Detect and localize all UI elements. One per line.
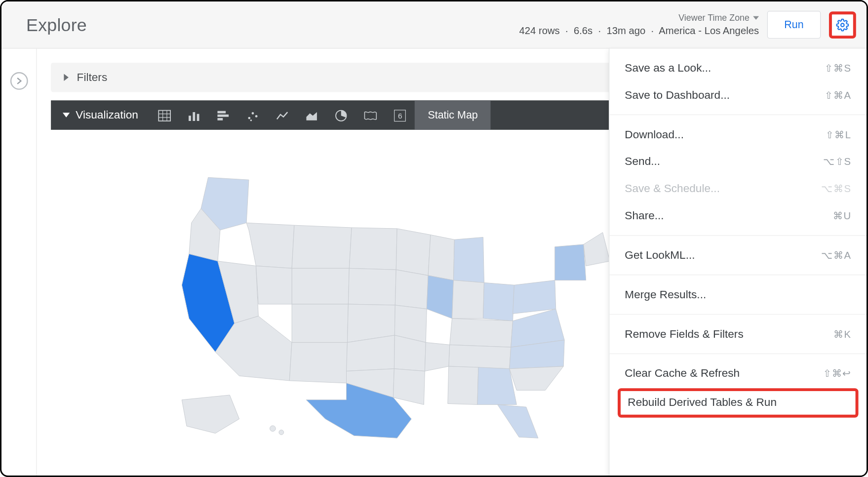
state-hawaii-2[interactable]: [279, 430, 284, 435]
state-new-england[interactable]: [584, 233, 610, 266]
state-ohio[interactable]: [483, 282, 514, 320]
state-new-york[interactable]: [555, 244, 586, 280]
bar-chart-icon: [217, 110, 230, 121]
menu-item-shortcut: ⇧⌘L: [826, 128, 851, 141]
caret-down-icon: [63, 113, 70, 118]
menu-item-label: Merge Results...: [625, 288, 706, 301]
state-mississippi[interactable]: [425, 342, 449, 371]
chevron-down-icon: [753, 16, 759, 20]
menu-item-shortcut: ⌥⇧S: [823, 156, 852, 168]
visualization-toggle[interactable]: Visualization: [63, 109, 138, 121]
caret-right-icon: [64, 74, 69, 81]
area-chart-icon: [305, 110, 318, 121]
menu-item[interactable]: Get LookML...⌥⌘A: [609, 241, 867, 269]
timezone-label: Viewer Time Zone: [678, 12, 750, 23]
timezone-value: America - Los Angeles: [659, 25, 759, 37]
svg-point-12: [248, 117, 251, 119]
menu-item[interactable]: Merge Results...: [609, 281, 867, 308]
line-chart-icon: [276, 110, 289, 121]
menu-item[interactable]: Save to Dashboard...⇧⌘A: [609, 81, 867, 109]
menu-item: Save & Schedule...⌥⌘S: [609, 175, 867, 202]
viz-type-static-map-tab[interactable]: Static Map: [415, 100, 491, 130]
viz-type-single-value[interactable]: 6: [386, 100, 415, 130]
svg-rect-8: [197, 114, 199, 121]
state-pennsylvania[interactable]: [513, 280, 556, 314]
viz-type-line[interactable]: [268, 100, 297, 130]
left-rail: [1, 48, 37, 477]
menu-item-label: Send...: [625, 155, 660, 168]
chevron-right-icon: [16, 78, 22, 84]
gear-icon: [836, 18, 849, 31]
menu-item[interactable]: Download...⇧⌘L: [609, 121, 867, 148]
viz-type-pie[interactable]: [326, 100, 356, 130]
state-colorado[interactable]: [292, 304, 348, 342]
single-value-icon: 6: [394, 110, 406, 121]
state-tennessee[interactable]: [449, 345, 511, 368]
menu-item-shortcut: ⌥⌘S: [821, 183, 851, 195]
menu-item[interactable]: Clear Cache & Refresh⇧⌘↩: [609, 360, 867, 387]
timezone-selector[interactable]: Viewer Time Zone: [519, 12, 759, 23]
state-wisconsin[interactable]: [428, 235, 454, 280]
menu-item[interactable]: Send...⌥⇧S: [609, 148, 867, 175]
state-iowa[interactable]: [395, 270, 428, 309]
settings-gear-button[interactable]: [829, 11, 856, 39]
state-minnesota[interactable]: [396, 229, 431, 276]
menu-item-label: Download...: [625, 128, 684, 141]
viz-type-column[interactable]: [179, 100, 209, 130]
menu-item-shortcut: ⌘U: [833, 209, 851, 222]
viz-type-table[interactable]: [150, 100, 180, 130]
svg-point-13: [252, 112, 254, 115]
viz-type-map[interactable]: [356, 100, 386, 130]
state-montana[interactable]: [292, 225, 352, 268]
state-south-dakota[interactable]: [348, 268, 396, 305]
menu-item-shortcut: ⌘K: [833, 328, 851, 340]
svg-point-15: [250, 119, 252, 121]
menu-item-label: Share...: [625, 209, 664, 222]
scatter-icon: [246, 110, 259, 121]
state-alabama[interactable]: [448, 366, 478, 404]
viz-type-bar[interactable]: [209, 100, 238, 130]
state-north-dakota[interactable]: [349, 228, 397, 270]
menu-item-label: Save to Dashboard...: [625, 88, 730, 101]
field-picker-toggle[interactable]: [10, 72, 28, 90]
svg-rect-10: [218, 115, 229, 117]
svg-rect-9: [218, 111, 226, 114]
svg-point-0: [841, 23, 844, 27]
menu-item-label: Save & Schedule...: [625, 182, 720, 195]
state-indiana[interactable]: [452, 280, 484, 318]
viz-tab-label: Static Map: [428, 109, 477, 121]
menu-item-label: Save as a Look...: [625, 62, 711, 75]
menu-item-label: Remove Fields & Filters: [625, 327, 743, 340]
column-chart-icon: [188, 110, 200, 121]
run-button[interactable]: Run: [767, 11, 821, 39]
explore-actions-menu: Save as a Look...⇧⌘SSave to Dashboard...…: [609, 48, 867, 477]
state-idaho[interactable]: [246, 223, 294, 268]
state-illinois[interactable]: [427, 276, 453, 318]
state-hawaii[interactable]: [270, 426, 276, 432]
state-south-carolina[interactable]: [510, 366, 563, 390]
menu-item-shortcut: ⇧⌘↩: [823, 367, 851, 380]
menu-item-rebuild-derived-tables[interactable]: Rebuild Derived Tables & Run: [618, 388, 859, 418]
menu-item-label: Clear Cache & Refresh: [625, 367, 740, 380]
menu-item-label: Rebuild Derived Tables & Run: [628, 396, 777, 408]
explore-header: Explore Viewer Time Zone 424 rows · 6.6s…: [1, 1, 867, 48]
state-alaska[interactable]: [182, 395, 239, 433]
svg-rect-6: [189, 116, 191, 121]
menu-item[interactable]: Remove Fields & Filters⌘K: [609, 320, 867, 348]
pie-chart-icon: [335, 109, 348, 122]
viz-type-area[interactable]: [297, 100, 327, 130]
svg-rect-7: [193, 112, 196, 121]
state-florida[interactable]: [498, 404, 538, 438]
state-wyoming[interactable]: [292, 268, 349, 304]
menu-item-label: Get LookML...: [625, 249, 695, 262]
state-new-mexico[interactable]: [289, 342, 347, 383]
query-age: 13m ago: [606, 25, 645, 37]
menu-item[interactable]: Share...⌘U: [609, 202, 867, 229]
state-utah[interactable]: [256, 266, 292, 304]
state-kentucky[interactable]: [450, 318, 513, 347]
state-michigan[interactable]: [453, 237, 484, 282]
menu-item-shortcut: ⌥⌘A: [821, 249, 851, 261]
state-louisiana[interactable]: [393, 369, 425, 405]
viz-type-scatter[interactable]: [238, 100, 268, 130]
menu-item[interactable]: Save as a Look...⇧⌘S: [609, 54, 867, 81]
